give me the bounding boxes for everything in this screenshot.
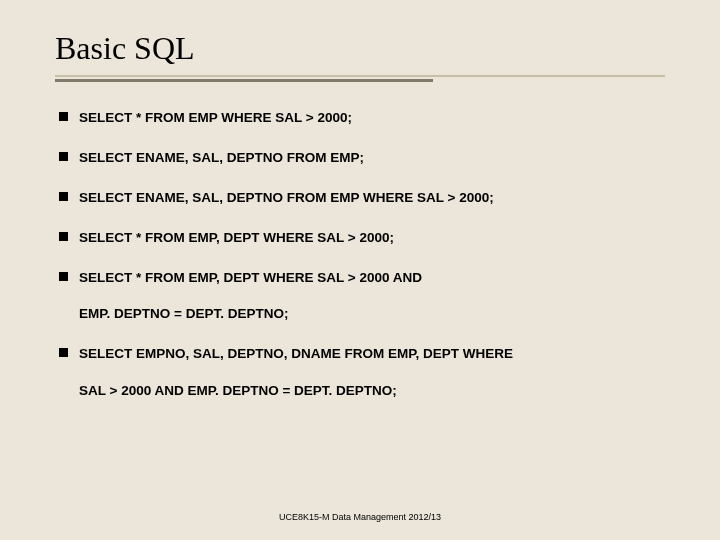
sql-statement: SELECT * FROM EMP, DEPT WHERE SAL > 2000… <box>79 230 394 245</box>
list-item: SELECT EMPNO, SAL, DEPTNO, DNAME FROM EM… <box>55 345 665 401</box>
list-item: SELECT * FROM EMP WHERE SAL > 2000; <box>55 109 665 128</box>
slide-title: Basic SQL <box>55 30 665 67</box>
sql-statement: SELECT ENAME, SAL, DEPTNO FROM EMP WHERE… <box>79 190 494 205</box>
sql-statement: SELECT * FROM EMP WHERE SAL > 2000; <box>79 110 352 125</box>
slide: Basic SQL SELECT * FROM EMP WHERE SAL > … <box>0 0 720 540</box>
sql-statement: SELECT ENAME, SAL, DEPTNO FROM EMP; <box>79 150 364 165</box>
underline-dark <box>55 79 433 82</box>
sql-statement-continuation: SAL > 2000 AND EMP. DEPTNO = DEPT. DEPTN… <box>79 382 665 401</box>
bullet-list: SELECT * FROM EMP WHERE SAL > 2000; SELE… <box>55 109 665 401</box>
title-underline <box>55 75 665 81</box>
list-item: SELECT * FROM EMP, DEPT WHERE SAL > 2000… <box>55 229 665 248</box>
list-item: SELECT * FROM EMP, DEPT WHERE SAL > 2000… <box>55 269 665 325</box>
sql-statement: SELECT EMPNO, SAL, DEPTNO, DNAME FROM EM… <box>79 346 513 361</box>
sql-statement: SELECT * FROM EMP, DEPT WHERE SAL > 2000… <box>79 270 422 285</box>
sql-statement-continuation: EMP. DEPTNO = DEPT. DEPTNO; <box>79 305 665 324</box>
content-area: SELECT * FROM EMP WHERE SAL > 2000; SELE… <box>55 109 665 401</box>
list-item: SELECT ENAME, SAL, DEPTNO FROM EMP WHERE… <box>55 189 665 208</box>
underline-light <box>55 75 665 77</box>
slide-footer: UCE8K15-M Data Management 2012/13 <box>0 512 720 522</box>
list-item: SELECT ENAME, SAL, DEPTNO FROM EMP; <box>55 149 665 168</box>
